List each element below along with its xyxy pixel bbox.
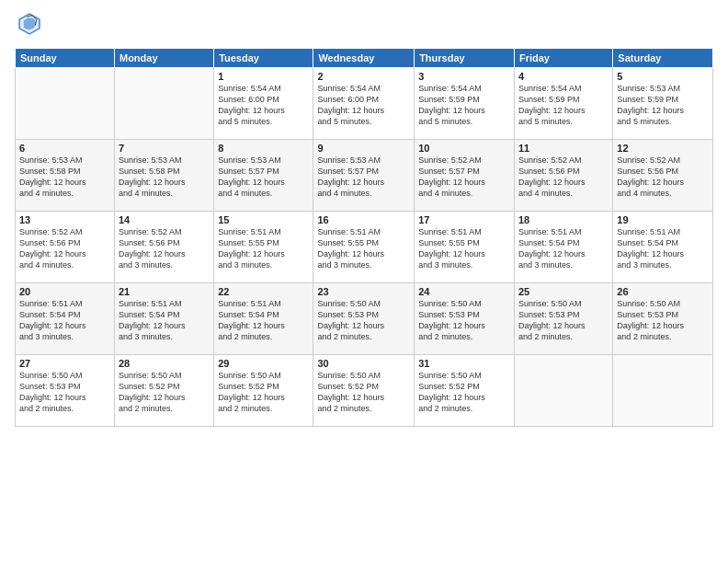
day-info: Sunrise: 5:52 AM Sunset: 5:57 PM Dayligh…: [418, 155, 510, 200]
day-number: 8: [218, 143, 309, 154]
day-info: Sunrise: 5:54 AM Sunset: 5:59 PM Dayligh…: [418, 83, 510, 128]
header: [15, 11, 713, 40]
day-number: 1: [218, 71, 309, 82]
calendar-day-header: Tuesday: [214, 49, 313, 68]
day-info: Sunrise: 5:53 AM Sunset: 5:59 PM Dayligh…: [617, 83, 709, 128]
day-info: Sunrise: 5:50 AM Sunset: 5:52 PM Dayligh…: [418, 370, 510, 415]
calendar-cell: 9Sunrise: 5:53 AM Sunset: 5:57 PM Daylig…: [313, 140, 415, 212]
day-info: Sunrise: 5:54 AM Sunset: 6:00 PM Dayligh…: [218, 83, 309, 128]
day-info: Sunrise: 5:52 AM Sunset: 5:56 PM Dayligh…: [119, 226, 210, 271]
day-info: Sunrise: 5:54 AM Sunset: 5:59 PM Dayligh…: [518, 83, 609, 128]
logo-icon: [17, 11, 42, 37]
calendar-cell: 6Sunrise: 5:53 AM Sunset: 5:58 PM Daylig…: [16, 140, 115, 212]
calendar-cell: 8Sunrise: 5:53 AM Sunset: 5:57 PM Daylig…: [214, 140, 313, 212]
calendar-cell: 15Sunrise: 5:51 AM Sunset: 5:55 PM Dayli…: [214, 212, 313, 283]
calendar-cell: 17Sunrise: 5:51 AM Sunset: 5:55 PM Dayli…: [415, 212, 515, 283]
calendar-week-row: 1Sunrise: 5:54 AM Sunset: 6:00 PM Daylig…: [16, 68, 713, 140]
day-info: Sunrise: 5:51 AM Sunset: 5:55 PM Dayligh…: [317, 226, 410, 271]
day-number: 2: [317, 71, 410, 82]
day-number: 13: [19, 214, 110, 225]
day-number: 25: [518, 286, 609, 297]
day-number: 17: [418, 214, 510, 225]
day-number: 22: [218, 286, 309, 297]
day-number: 15: [218, 214, 309, 225]
day-info: Sunrise: 5:52 AM Sunset: 5:56 PM Dayligh…: [617, 155, 709, 200]
day-number: 12: [617, 143, 709, 154]
calendar-cell: 20Sunrise: 5:51 AM Sunset: 5:54 PM Dayli…: [16, 283, 115, 355]
calendar-cell: [114, 68, 213, 140]
day-number: 20: [19, 286, 110, 297]
calendar-week-row: 6Sunrise: 5:53 AM Sunset: 5:58 PM Daylig…: [16, 140, 713, 212]
calendar-table: SundayMondayTuesdayWednesdayThursdayFrid…: [15, 48, 713, 427]
calendar-cell: 11Sunrise: 5:52 AM Sunset: 5:56 PM Dayli…: [514, 140, 612, 212]
calendar-cell: 5Sunrise: 5:53 AM Sunset: 5:59 PM Daylig…: [613, 68, 713, 140]
day-number: 28: [119, 358, 210, 369]
calendar-cell: 13Sunrise: 5:52 AM Sunset: 5:56 PM Dayli…: [16, 212, 115, 283]
calendar-day-header: Friday: [514, 49, 612, 68]
day-number: 5: [617, 71, 709, 82]
calendar-cell: 25Sunrise: 5:50 AM Sunset: 5:53 PM Dayli…: [514, 283, 612, 355]
calendar-cell: 1Sunrise: 5:54 AM Sunset: 6:00 PM Daylig…: [214, 68, 313, 140]
day-number: 3: [418, 71, 510, 82]
logo: [15, 11, 42, 40]
calendar-cell: 24Sunrise: 5:50 AM Sunset: 5:53 PM Dayli…: [415, 283, 515, 355]
day-number: 31: [418, 358, 510, 369]
calendar-header-row: SundayMondayTuesdayWednesdayThursdayFrid…: [16, 49, 713, 68]
calendar-week-row: 13Sunrise: 5:52 AM Sunset: 5:56 PM Dayli…: [16, 212, 713, 283]
day-number: 23: [317, 286, 410, 297]
day-info: Sunrise: 5:50 AM Sunset: 5:53 PM Dayligh…: [317, 298, 410, 343]
calendar-cell: 26Sunrise: 5:50 AM Sunset: 5:53 PM Dayli…: [613, 283, 713, 355]
day-number: 24: [418, 286, 510, 297]
calendar-cell: 28Sunrise: 5:50 AM Sunset: 5:52 PM Dayli…: [114, 355, 213, 427]
day-info: Sunrise: 5:53 AM Sunset: 5:58 PM Dayligh…: [119, 155, 210, 200]
day-number: 27: [19, 358, 110, 369]
day-number: 6: [19, 143, 110, 154]
day-number: 19: [617, 214, 709, 225]
day-number: 21: [119, 286, 210, 297]
calendar-cell: 27Sunrise: 5:50 AM Sunset: 5:53 PM Dayli…: [16, 355, 115, 427]
calendar-cell: 14Sunrise: 5:52 AM Sunset: 5:56 PM Dayli…: [114, 212, 213, 283]
calendar-cell: 4Sunrise: 5:54 AM Sunset: 5:59 PM Daylig…: [514, 68, 612, 140]
day-info: Sunrise: 5:50 AM Sunset: 5:53 PM Dayligh…: [418, 298, 510, 343]
day-info: Sunrise: 5:50 AM Sunset: 5:53 PM Dayligh…: [617, 298, 709, 343]
day-number: 18: [518, 214, 609, 225]
calendar-cell: [16, 68, 115, 140]
calendar-cell: 19Sunrise: 5:51 AM Sunset: 5:54 PM Dayli…: [613, 212, 713, 283]
calendar-day-header: Sunday: [16, 49, 115, 68]
day-info: Sunrise: 5:51 AM Sunset: 5:54 PM Dayligh…: [518, 226, 609, 271]
calendar-day-header: Saturday: [613, 49, 713, 68]
calendar-cell: [514, 355, 612, 427]
day-info: Sunrise: 5:51 AM Sunset: 5:54 PM Dayligh…: [119, 298, 210, 343]
day-number: 10: [418, 143, 510, 154]
day-number: 4: [518, 71, 609, 82]
day-number: 14: [119, 214, 210, 225]
calendar-cell: 23Sunrise: 5:50 AM Sunset: 5:53 PM Dayli…: [313, 283, 415, 355]
day-info: Sunrise: 5:52 AM Sunset: 5:56 PM Dayligh…: [518, 155, 609, 200]
day-number: 29: [218, 358, 309, 369]
day-info: Sunrise: 5:50 AM Sunset: 5:52 PM Dayligh…: [218, 370, 309, 415]
calendar-cell: 21Sunrise: 5:51 AM Sunset: 5:54 PM Dayli…: [114, 283, 213, 355]
day-info: Sunrise: 5:51 AM Sunset: 5:55 PM Dayligh…: [418, 226, 510, 271]
day-number: 26: [617, 286, 709, 297]
calendar-week-row: 27Sunrise: 5:50 AM Sunset: 5:53 PM Dayli…: [16, 355, 713, 427]
calendar-cell: [613, 355, 713, 427]
calendar-cell: 3Sunrise: 5:54 AM Sunset: 5:59 PM Daylig…: [415, 68, 515, 140]
day-number: 11: [518, 143, 609, 154]
calendar-cell: 10Sunrise: 5:52 AM Sunset: 5:57 PM Dayli…: [415, 140, 515, 212]
calendar-day-header: Monday: [114, 49, 213, 68]
day-info: Sunrise: 5:53 AM Sunset: 5:57 PM Dayligh…: [317, 155, 410, 200]
calendar-cell: 16Sunrise: 5:51 AM Sunset: 5:55 PM Dayli…: [313, 212, 415, 283]
day-info: Sunrise: 5:51 AM Sunset: 5:54 PM Dayligh…: [617, 226, 709, 271]
day-info: Sunrise: 5:50 AM Sunset: 5:53 PM Dayligh…: [518, 298, 609, 343]
day-number: 7: [119, 143, 210, 154]
calendar-cell: 31Sunrise: 5:50 AM Sunset: 5:52 PM Dayli…: [415, 355, 515, 427]
day-number: 9: [317, 143, 410, 154]
calendar-day-header: Wednesday: [313, 49, 415, 68]
calendar-cell: 2Sunrise: 5:54 AM Sunset: 6:00 PM Daylig…: [313, 68, 415, 140]
page: SundayMondayTuesdayWednesdayThursdayFrid…: [0, 0, 728, 563]
day-info: Sunrise: 5:51 AM Sunset: 5:55 PM Dayligh…: [218, 226, 309, 271]
calendar-cell: 18Sunrise: 5:51 AM Sunset: 5:54 PM Dayli…: [514, 212, 612, 283]
day-info: Sunrise: 5:50 AM Sunset: 5:53 PM Dayligh…: [19, 370, 110, 415]
day-info: Sunrise: 5:51 AM Sunset: 5:54 PM Dayligh…: [19, 298, 110, 343]
calendar-day-header: Thursday: [415, 49, 515, 68]
